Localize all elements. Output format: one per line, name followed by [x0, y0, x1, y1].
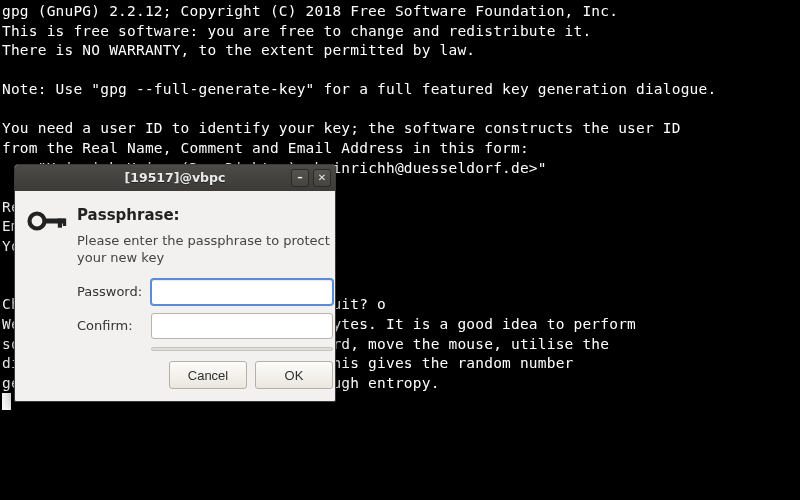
terminal-line: There is NO WARRANTY, to the extent perm… — [2, 41, 798, 61]
confirm-input[interactable] — [151, 313, 333, 339]
dialog-heading: Passphrase: — [77, 205, 333, 225]
terminal-cursor — [2, 393, 11, 410]
close-button[interactable] — [313, 169, 331, 187]
confirm-label: Confirm: — [77, 317, 151, 335]
terminal-line: You need a user ID to identify your key;… — [2, 119, 798, 139]
terminal-line: This is free software: you are free to c… — [2, 22, 798, 42]
dialog-titlebar[interactable]: [19517]@vbpc — [15, 165, 335, 191]
svg-rect-2 — [58, 219, 62, 228]
password-input[interactable] — [151, 279, 333, 305]
svg-point-0 — [30, 214, 45, 229]
terminal-line: from the Real Name, Comment and Email Ad… — [2, 139, 798, 159]
terminal-line — [2, 61, 798, 81]
password-label: Password: — [77, 283, 151, 301]
password-quality-bar — [151, 347, 333, 351]
terminal-line: gpg (GnuPG) 2.2.12; Copyright (C) 2018 F… — [2, 2, 798, 22]
dialog-subtext: Please enter the passphrase to protect y… — [77, 233, 333, 267]
terminal-line: Note: Use "gpg --full-generate-key" for … — [2, 80, 798, 100]
svg-rect-3 — [63, 219, 66, 227]
passphrase-dialog: [19517]@vbpc Passphrase: Please enter th… — [14, 164, 336, 402]
terminal-line — [2, 100, 798, 120]
minimize-button[interactable] — [291, 169, 309, 187]
dialog-title: [19517]@vbpc — [15, 170, 335, 187]
key-icon — [27, 223, 67, 238]
ok-button[interactable]: OK — [255, 361, 333, 389]
cancel-button[interactable]: Cancel — [169, 361, 247, 389]
